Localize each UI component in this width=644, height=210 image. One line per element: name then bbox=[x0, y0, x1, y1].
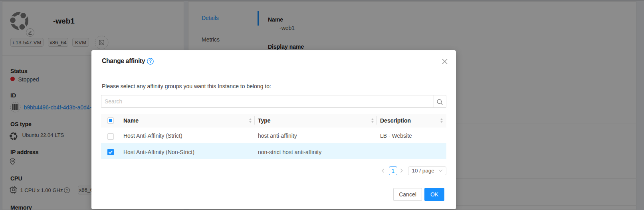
svg-text:?: ? bbox=[149, 59, 152, 63]
